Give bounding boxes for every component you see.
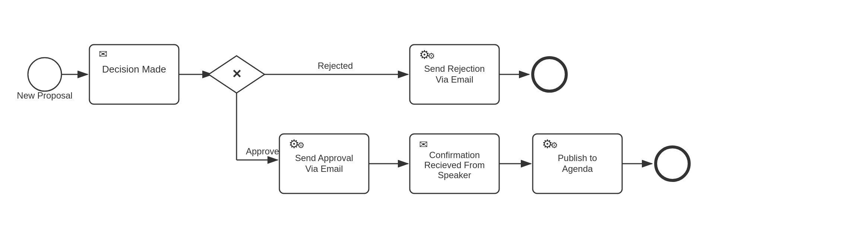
decision-made-label: Decision Made — [102, 64, 166, 75]
confirmation-label-line3: Speaker — [438, 170, 471, 180]
send-rejection-label-line1: Send Rejection — [424, 64, 485, 74]
gateway-x-label: ✕ — [232, 67, 242, 81]
approved-label: Approved — [246, 146, 284, 156]
send-approval-gear-icon2: ⚙ — [297, 141, 305, 150]
start-event — [28, 58, 61, 91]
send-approval-label-line1: Send Approval — [295, 153, 353, 163]
send-rejection-gear-icon2: ⚙ — [428, 51, 435, 61]
end-event-top — [533, 58, 566, 91]
end-event-bottom — [656, 147, 689, 180]
send-approval-label-line2: Via Email — [305, 164, 343, 174]
confirmation-label-line2: Recieved From — [424, 160, 485, 170]
start-event-label: New Proposal — [17, 90, 72, 100]
publish-gear-icon2: ⚙ — [551, 141, 558, 150]
bpmn-diagram: New Proposal ✉ Decision Made ✕ Rejected … — [0, 0, 868, 247]
confirmation-envelope-icon: ✉ — [419, 139, 428, 150]
decision-made-envelope-icon: ✉ — [99, 48, 107, 60]
publish-label-line1: Publish to — [558, 153, 597, 163]
confirmation-label-line1: Confirmation — [429, 150, 480, 160]
publish-label-line2: Agenda — [562, 164, 593, 174]
send-rejection-label-line2: Via Email — [436, 74, 473, 84]
rejected-label: Rejected — [318, 61, 353, 71]
